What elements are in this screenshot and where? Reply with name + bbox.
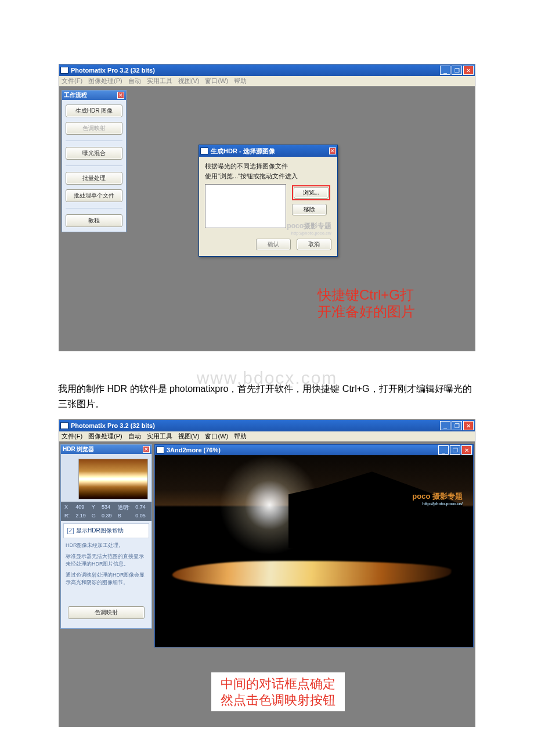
hdr-thumbnail	[78, 459, 148, 499]
pixel-info: X 409 Y 534 透明: 0.74 R: 2.19 G 0.39 B 0.…	[61, 502, 151, 521]
callout-line: 然点击色调映射按钮	[221, 692, 335, 708]
menu-view[interactable]: 视图(V)	[178, 432, 200, 441]
maximize-icon[interactable]: ❐	[452, 66, 462, 75]
window-controls: _ ❐ ✕	[440, 421, 474, 430]
hdr-photo	[155, 455, 473, 647]
menu-tools[interactable]: 实用工具	[147, 77, 172, 85]
callout-line: 快捷键Ctrl+G打	[317, 287, 415, 304]
info-label: R:	[64, 513, 72, 519]
help-line: 通过色调映射处理的HDR图像会显示高光和阴影的图像细节。	[66, 571, 147, 586]
poco-watermark: poco摄影专题 http://photo.poco.cn/	[287, 221, 331, 235]
menu-view[interactable]: 视图(V)	[178, 77, 200, 85]
workflow-panel-title: 工作流程	[64, 91, 87, 99]
batch-button[interactable]: 批量处理	[66, 172, 122, 185]
hdr-panel-header[interactable]: HDR 浏览器 ✕	[61, 445, 151, 454]
annotation-callout-2: 中间的对话框点确定 然点击色调映射按钮	[211, 672, 345, 711]
minimize-icon[interactable]: _	[440, 421, 450, 430]
info-value: 534	[102, 504, 114, 512]
menu-bar: 文件(F) 图像处理(P) 自动 实用工具 视图(V) 窗口(W) 帮助	[59, 76, 475, 87]
dialog-titlebar[interactable]: 生成HDR - 选择源图像 ✕	[199, 145, 337, 157]
minimize-icon[interactable]: _	[440, 66, 450, 75]
workflow-panel-header[interactable]: 工作流程 ✕	[62, 91, 126, 100]
menu-window[interactable]: 窗口(W)	[205, 77, 228, 85]
dialog-close-icon[interactable]: ✕	[329, 147, 336, 154]
panel-separator	[66, 165, 122, 166]
close-icon[interactable]: ✕	[463, 421, 474, 430]
app-titlebar: Photomatix Pro 3.2 (32 bits) _ ❐ ✕	[59, 420, 475, 431]
doc-maximize-icon[interactable]: ❐	[450, 445, 460, 455]
menu-help[interactable]: 帮助	[234, 77, 247, 85]
hdr-panel-title: HDR 浏览器	[63, 445, 94, 453]
checkbox-icon[interactable]: ✓	[67, 528, 74, 534]
source-file-list[interactable]	[205, 184, 286, 228]
callout-line: 中间的对话框点确定	[221, 676, 335, 692]
remove-button[interactable]: 移除	[292, 204, 327, 215]
hdr-viewer-panel: HDR 浏览器 ✕ X 409 Y 534 透明: 0.74 R: 2.19 G…	[60, 444, 152, 629]
window-controls: _ ❐ ✕	[440, 66, 474, 75]
app-title: Photomatix Pro 3.2 (32 bits)	[71, 67, 155, 74]
ok-button[interactable]: 确认	[256, 239, 291, 250]
menu-file[interactable]: 文件(F)	[62, 77, 82, 85]
screenshot-1: Photomatix Pro 3.2 (32 bits) _ ❐ ✕ 文件(F)…	[59, 64, 475, 351]
screenshot-2: Photomatix Pro 3.2 (32 bits) _ ❐ ✕ 文件(F)…	[59, 419, 475, 727]
select-source-dialog: 生成HDR - 选择源图像 ✕ 根据曝光的不同选择图像文件 使用"浏览..."按…	[199, 145, 338, 257]
doc-minimize-icon[interactable]: _	[438, 445, 449, 455]
doc-window-title: 3And2more (76%)	[167, 447, 221, 453]
menu-bar: 文件(F) 图像处理(P) 自动 实用工具 视图(V) 窗口(W) 帮助	[59, 431, 475, 442]
doc-image-viewport[interactable]: poco 摄影专题 http://photo.poco.cn/	[155, 455, 473, 647]
workflow-panel: 工作流程 ✕ 生成HDR 图像 色调映射 曝光混合 批量处理 批处理单个文件 教…	[62, 90, 127, 232]
info-value: 409	[75, 504, 88, 512]
info-value: 0.74	[135, 504, 148, 512]
image-document-window: 3And2more (76%) _ ❐ ✕ poco 摄影专题 http://p…	[154, 444, 474, 647]
close-icon[interactable]: ✕	[463, 66, 474, 75]
checkbox-label: 显示HDR图像帮助	[76, 527, 124, 535]
menu-tools[interactable]: 实用工具	[147, 432, 172, 441]
doc-window-titlebar[interactable]: 3And2more (76%) _ ❐ ✕	[155, 445, 473, 455]
help-line: 标准显示器无法大范围的直接显示未经处理的HDR图片信息。	[66, 553, 147, 568]
help-line: HDR图像未经加工处理。	[66, 542, 147, 549]
app-icon	[60, 67, 68, 74]
info-label: 透明:	[118, 504, 132, 512]
article-paragraph: www.bdocx.com 我用的制作 HDR 的软件是 photomatixp…	[58, 364, 476, 411]
info-label: X	[64, 504, 72, 512]
callout-line: 开准备好的图片	[317, 304, 415, 321]
info-label: B	[118, 513, 132, 519]
browse-button[interactable]: 浏览...	[294, 187, 329, 199]
menu-auto[interactable]: 自动	[128, 77, 141, 85]
tone-mapping-button[interactable]: 色调映射	[68, 606, 145, 619]
menu-process[interactable]: 图像处理(P)	[88, 77, 122, 85]
panel-close-icon[interactable]: ✕	[143, 446, 150, 453]
exposure-fusion-button[interactable]: 曝光混合	[66, 147, 122, 160]
dialog-title: 生成HDR - 选择源图像	[211, 147, 275, 156]
show-hdr-help-checkbox-row[interactable]: ✓ 显示HDR图像帮助	[63, 523, 149, 538]
panel-separator	[66, 208, 122, 208]
browse-highlight: 浏览...	[292, 185, 330, 200]
cancel-button[interactable]: 取消	[297, 239, 331, 250]
info-label: Y	[92, 504, 98, 512]
app-client-area: 工作流程 ✕ 生成HDR 图像 色调映射 曝光混合 批量处理 批处理单个文件 教…	[59, 87, 475, 351]
panel-close-icon[interactable]: ✕	[117, 92, 124, 99]
menu-help[interactable]: 帮助	[234, 432, 247, 441]
poco-watermark: poco 摄影专题 http://photo.poco.cn/	[412, 491, 463, 506]
menu-file[interactable]: 文件(F)	[62, 432, 82, 441]
info-value: 2.19	[75, 513, 88, 519]
menu-process[interactable]: 图像处理(P)	[88, 432, 122, 441]
menu-window[interactable]: 窗口(W)	[205, 432, 228, 441]
tutorial-button[interactable]: 教程	[66, 214, 122, 227]
doc-close-icon[interactable]: ✕	[461, 445, 472, 455]
info-label: G	[92, 513, 98, 519]
annotation-callout-1: 快捷键Ctrl+G打 开准备好的图片	[317, 287, 415, 321]
generate-hdr-button[interactable]: 生成HDR 图像	[66, 105, 122, 117]
tone-mapping-button[interactable]: 色调映射	[66, 122, 122, 135]
app-titlebar: Photomatix Pro 3.2 (32 bits) _ ❐ ✕	[59, 64, 475, 76]
app-icon	[60, 422, 68, 429]
panel-separator	[66, 141, 122, 141]
dialog-text-1: 根据曝光的不同选择图像文件	[205, 161, 331, 171]
dialog-icon	[200, 147, 208, 154]
doc-icon	[156, 447, 164, 453]
maximize-icon[interactable]: ❐	[452, 421, 462, 430]
article-body: 我用的制作 HDR 的软件是 photomatixpro，首先打开软件，用快捷键…	[58, 384, 472, 409]
batch-single-button[interactable]: 批处理单个文件	[66, 189, 122, 202]
menu-auto[interactable]: 自动	[128, 432, 141, 441]
app-client-area: HDR 浏览器 ✕ X 409 Y 534 透明: 0.74 R: 2.19 G…	[59, 442, 475, 726]
